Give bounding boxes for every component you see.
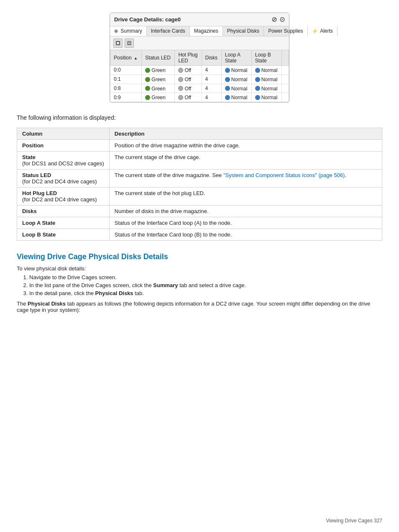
- desc-table-row: Position Position of the drive magazine …: [17, 140, 382, 152]
- cell-loop-b: Normal: [251, 66, 281, 75]
- desc-table-row: Loop B State Status of the Interface Car…: [17, 229, 382, 241]
- cell-loop-a: Normal: [221, 93, 251, 102]
- cell-disks: 4: [202, 75, 221, 84]
- cell-loop-a: Normal: [221, 84, 251, 93]
- desc-col-cell: Loop A State: [17, 217, 110, 229]
- cell-loop-b: Normal: [251, 75, 281, 84]
- cell-hot-plug: Off: [175, 75, 202, 84]
- cell-position: 0:9: [110, 93, 142, 102]
- tab-interface-cards-label: Interface Cards: [151, 28, 185, 34]
- alerts-tab-icon: ⚡: [312, 28, 318, 33]
- cell-disks: 4: [202, 84, 221, 93]
- desc-table-row: Hot Plug LED(for DC2 and DC4 drive cages…: [17, 188, 382, 206]
- desc-col-cell: Status LED(for DC2 and DC4 drive cages): [17, 170, 110, 188]
- col-status-led: Status LED: [142, 50, 175, 66]
- cell-hot-plug: Off: [175, 93, 202, 102]
- step-3: In the detail pane, click the Physical D…: [29, 290, 382, 296]
- tab-physical-disks[interactable]: Physical Disks: [223, 26, 264, 36]
- refresh-icon[interactable]: ⊘: [271, 15, 277, 23]
- steps-intro: To view physical disk details:: [17, 265, 382, 272]
- panel-header-icons: ⊘ ⊙: [271, 15, 285, 23]
- cell-hot-plug: Off: [175, 84, 202, 93]
- cell-status-led: Green: [142, 84, 175, 93]
- desc-table-row: Status LED(for DC2 and DC4 drive cages) …: [17, 170, 382, 188]
- cell-loop-b: Normal: [251, 84, 281, 93]
- col-position[interactable]: Position ▲: [110, 50, 142, 66]
- table-row: 0:9 Green Off 4 Normal Normal: [110, 93, 289, 102]
- table-row: 0:0 Green Off 4 Normal Normal: [110, 66, 289, 75]
- cell-loop-b: Normal: [251, 93, 281, 102]
- magazines-table: Position ▲ Status LED Hot PlugLED Disks …: [110, 50, 289, 102]
- cell-empty: [281, 84, 289, 93]
- cell-empty: [281, 93, 289, 102]
- cell-status-led: Green: [142, 75, 175, 84]
- drive-cage-panel: Drive Cage Details: cage0 ⊘ ⊙ ⊕ Summary …: [110, 13, 289, 103]
- desc-desc-cell: The current state of the hot plug LED.: [109, 188, 382, 206]
- col-hot-plug-led: Hot PlugLED: [175, 50, 202, 66]
- following-info-text: The following information is displayed:: [17, 114, 382, 121]
- desc-table-row: Loop A State Status of the Interface Car…: [17, 217, 382, 229]
- settings-icon[interactable]: ⊙: [279, 15, 285, 23]
- cell-disks: 4: [202, 93, 221, 102]
- toolbar-remove-button[interactable]: [125, 39, 134, 48]
- cell-status-led: Green: [142, 66, 175, 75]
- desc-desc-cell: Number of disks in the drive magazine.: [109, 206, 382, 217]
- cell-hot-plug: Off: [175, 66, 202, 75]
- tab-summary[interactable]: ⊕ Summary: [110, 26, 147, 36]
- toolbar-add-button[interactable]: [113, 39, 123, 48]
- desc-desc-cell: The current state of the drive magazine.…: [109, 170, 382, 188]
- desc-desc-cell: Position of the drive magazine within th…: [109, 140, 382, 152]
- tab-magazines[interactable]: Magazines: [190, 26, 223, 36]
- desc-col-cell: Loop B State: [17, 229, 110, 241]
- col-loop-a-state: Loop AState: [221, 50, 251, 66]
- desc-col-cell: Position: [17, 140, 110, 152]
- cell-position: 0:0: [110, 66, 142, 75]
- steps-note: The Physical Disks tab appears as follow…: [17, 301, 382, 313]
- desc-table-row: Disks Number of disks in the drive magaz…: [17, 206, 382, 217]
- tab-bar: ⊕ Summary Interface Cards Magazines Phys…: [110, 26, 289, 36]
- section-heading: Viewing Drive Cage Physical Disks Detail…: [17, 252, 382, 261]
- desc-table-row: State(for DCS1 and DCS2 drive cages) The…: [17, 152, 382, 170]
- summary-tab-icon: ⊕: [114, 28, 118, 33]
- desc-col-cell: State(for DCS1 and DCS2 drive cages): [17, 152, 110, 170]
- panel-header: Drive Cage Details: cage0 ⊘ ⊙: [110, 13, 289, 26]
- desc-desc-cell: Status of the Interface Card loop (B) to…: [109, 229, 382, 241]
- tab-power-supplies[interactable]: Power Supplies: [264, 26, 307, 36]
- cell-loop-a: Normal: [221, 66, 251, 75]
- steps-list: Navigate to the Drive Cages screen. In t…: [29, 274, 382, 296]
- tab-magazines-label: Magazines: [194, 28, 218, 34]
- cell-loop-a: Normal: [221, 75, 251, 84]
- status-icons-link[interactable]: "System and Component Status Icons" (pag…: [223, 172, 345, 178]
- cell-empty: [281, 66, 289, 75]
- table-row: 0:8 Green Off 4 Normal Normal: [110, 84, 289, 93]
- desc-col-cell: Hot Plug LED(for DC2 and DC4 drive cages…: [17, 188, 110, 206]
- step-2: In the list pane of the Drive Cages scre…: [29, 282, 382, 288]
- tab-alerts-label: Alerts: [320, 28, 333, 34]
- cell-position: 0:8: [110, 84, 142, 93]
- col-actions: [281, 50, 289, 66]
- step-1: Navigate to the Drive Cages screen.: [29, 274, 382, 280]
- tab-power-supplies-label: Power Supplies: [268, 28, 303, 34]
- tab-summary-label: Summary: [120, 28, 142, 34]
- col-loop-b-state: Loop BState: [251, 50, 281, 66]
- desc-col-cell: Disks: [17, 206, 110, 217]
- desc-desc-cell: Status of the Interface Card loop (A) to…: [109, 217, 382, 229]
- svg-rect-3: [128, 43, 130, 44]
- desc-desc-header: Description: [109, 128, 382, 140]
- tab-physical-disks-label: Physical Disks: [227, 28, 259, 34]
- cell-empty: [281, 75, 289, 84]
- cell-position: 0:1: [110, 75, 142, 84]
- tab-interface-cards[interactable]: Interface Cards: [147, 26, 190, 36]
- panel-toolbar: [110, 36, 289, 50]
- desc-col-header: Column: [17, 128, 110, 140]
- table-row: 0:1 Green Off 4 Normal Normal: [110, 75, 289, 84]
- col-disks: Disks: [202, 50, 221, 66]
- panel-title: Drive Cage Details: cage0: [114, 16, 181, 23]
- cell-status-led: Green: [142, 93, 175, 102]
- description-table: Column Description Position Position of …: [17, 128, 382, 241]
- desc-desc-cell: The current stage of the drive cage.: [109, 152, 382, 170]
- tab-alerts[interactable]: ⚡ Alerts: [308, 26, 338, 36]
- svg-rect-1: [117, 42, 119, 44]
- cell-disks: 4: [202, 66, 221, 75]
